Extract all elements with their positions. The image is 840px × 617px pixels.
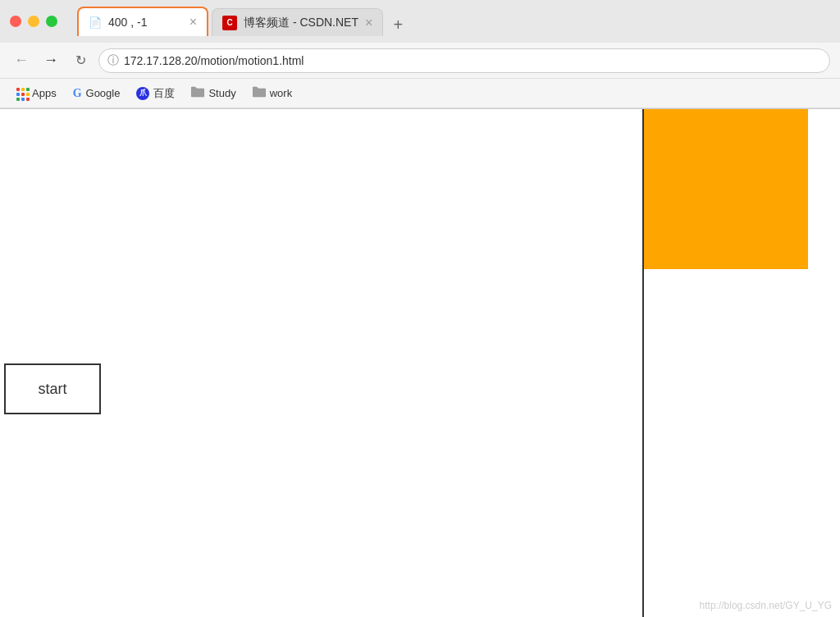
tab-active[interactable]: 📄 400 , -1 × — [77, 7, 208, 36]
page-content: start http://blog.csdn.net/GY_U_YG — [0, 109, 840, 617]
bookmark-study[interactable]: Study — [185, 83, 242, 103]
nav-bar: ← → ↻ ⓘ 172.17.128.20/motion/motion1.htm… — [0, 43, 840, 79]
refresh-button[interactable]: ↻ — [69, 49, 92, 72]
bookmark-google[interactable]: G Google — [66, 84, 127, 103]
bookmark-apps[interactable]: Apps — [10, 84, 63, 103]
tab-page-icon: 📄 — [89, 16, 102, 29]
tab2-close-button[interactable]: × — [365, 16, 372, 30]
address-text: 172.17.128.20/motion/motion1.html — [124, 54, 304, 67]
bookmark-google-label: Google — [86, 87, 121, 99]
forward-button[interactable]: → — [39, 49, 62, 72]
start-button[interactable]: start — [4, 363, 101, 414]
apps-icon — [16, 88, 28, 99]
maximize-window-button[interactable] — [46, 16, 57, 27]
tab-active-label: 400 , -1 — [108, 16, 147, 29]
bookmark-study-label: Study — [208, 87, 235, 99]
folder-work-icon — [253, 86, 266, 100]
folder-study-icon — [191, 86, 204, 100]
bookmark-work-label: work — [270, 87, 292, 99]
address-bar[interactable]: ⓘ 172.17.128.20/motion/motion1.html — [98, 48, 830, 73]
google-icon: G — [73, 87, 82, 100]
baidu-icon: 爪 — [136, 87, 149, 100]
close-window-button[interactable] — [10, 16, 21, 27]
bookmark-baidu-label: 百度 — [153, 86, 175, 101]
bookmarks-bar: Apps G Google 爪 百度 Study — [0, 79, 840, 108]
traffic-lights — [10, 16, 57, 27]
start-button-label: start — [38, 381, 66, 398]
new-tab-button[interactable]: + — [386, 13, 409, 36]
tab-close-button[interactable]: × — [189, 15, 197, 30]
tabs-area: 📄 400 , -1 × C 博客频道 - CSDN.NET × + — [77, 7, 830, 36]
minimize-window-button[interactable] — [28, 16, 39, 27]
back-button[interactable]: ← — [10, 49, 33, 72]
title-bar: 📄 400 , -1 × C 博客频道 - CSDN.NET × + — [0, 0, 840, 43]
bookmark-work[interactable]: work — [246, 83, 299, 103]
watermark-text: http://blog.csdn.net/GY_U_YG — [700, 600, 832, 611]
csdn-icon: C — [222, 16, 237, 30]
info-icon: ⓘ — [107, 53, 119, 68]
tab-inactive-label: 博客频道 - CSDN.NET — [244, 16, 358, 30]
bookmark-apps-label: Apps — [32, 87, 57, 99]
orange-box — [644, 109, 808, 269]
bookmark-baidu[interactable]: 爪 百度 — [130, 83, 181, 104]
tab-inactive[interactable]: C 博客频道 - CSDN.NET × — [212, 8, 383, 36]
